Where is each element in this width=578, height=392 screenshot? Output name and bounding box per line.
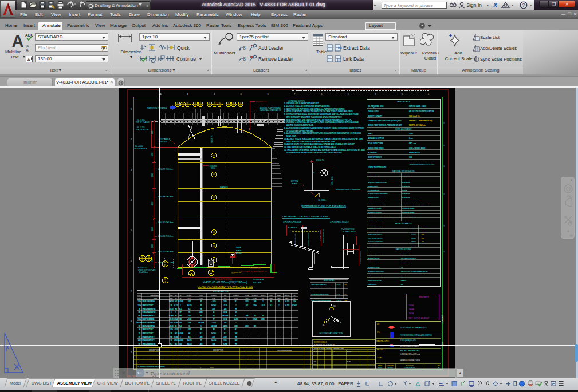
svg-text:REMARK: REMARK [179, 353, 183, 354]
svg-text:STAIRWAY & SUPPORT: STAIRWAY & SUPPORT [368, 219, 384, 221]
svg-text:?: ? [522, 2, 525, 8]
svg-text:150#: 150# [138, 300, 141, 303]
svg-text:9: 9 [131, 351, 132, 353]
svg-text:B.O.L=+7.864: B.O.L=+7.864 [250, 267, 261, 270]
svg-text:PROJECT :: PROJECT : [377, 349, 386, 351]
svg-text:QTY: QTY [175, 298, 178, 299]
svg-text:CHECKED: CHECKED [179, 349, 184, 350]
svg-text:UNDER BOTT OM PLATE: UNDER BOTT OM PLATE [138, 269, 156, 271]
svg-text:LEVEL GAUGE NA: LEVEL GAUGE NA [143, 325, 155, 327]
svg-text:SA-516-G70: SA-516-G70 [402, 193, 410, 195]
svg-text:150#: 150# [212, 343, 215, 345]
svg-text:ROSTER DETAILS: ROSTER DETAILS [314, 341, 327, 343]
svg-text:TRANSITION TO V-AREA: TRANSITION TO V-AREA [147, 107, 167, 109]
svg-text:ST. NICKEL STEEL: ST. NICKEL STEEL [402, 208, 415, 209]
svg-text:APPROVED: APPROVED [191, 349, 198, 350]
svg-text:>_: >_ [137, 371, 142, 375]
svg-text:EXTERNAL TANK: EXTERNAL TANK [368, 267, 380, 268]
svg-text:N: N [200, 102, 201, 105]
svg-text:95 /SPFL, GT / 894 kn/g: 95 /SPFL, GT / 894 kn/g [409, 124, 426, 126]
svg-text:1) FOR ROOF NOZZLE: 1) FOR ROOF NOZZLE [283, 221, 301, 223]
svg-text:2D: 2D [567, 194, 571, 197]
svg-text:SIGN: SIGN [409, 304, 414, 307]
svg-text:FLAN: FLAN [187, 298, 191, 299]
svg-text:Link Data: Link Data [343, 56, 364, 62]
svg-text:3 mm: 3 mm [409, 133, 413, 135]
svg-text:2050: 2050 [234, 325, 238, 327]
svg-text:SA-516-G70: SA-516-G70 [402, 178, 410, 180]
svg-text:FLANGES/BLIND: FLANGES/BLIND [368, 189, 380, 191]
svg-text:150#: 150# [138, 318, 141, 320]
svg-text:3. TANK FABRICATE TO FURNISH A: 3. TANK FABRICATE TO FURNISH AND INSTALL… [284, 108, 345, 110]
svg-text:6: 6 [131, 260, 132, 262]
svg-text:2440: 2440 [151, 244, 154, 248]
svg-text:L-400: L-400 [333, 354, 337, 355]
svg-text:24B: 24B [224, 322, 227, 324]
svg-text:O: O [213, 173, 215, 176]
svg-text:1. DIMENSION ARE IN MM EXCEPT: 1. DIMENSION ARE IN MM EXCEPT AS NOTED. [284, 102, 319, 105]
svg-text:Tel 66-2-343-9500 Fax 66-2-34: Tel 66-2-343-9500 Fax 66-2-343 [400, 346, 419, 347]
svg-text:SHELL MANWAY N1: SHELL MANWAY N1 [143, 343, 156, 345]
svg-text:B: B [187, 93, 188, 96]
svg-text:CAPACITY (WORKING): CAPACITY (WORKING) [368, 241, 383, 243]
svg-text:PC: PC [345, 284, 347, 286]
svg-text:PROJECT NO: PROJECT NO [314, 351, 322, 352]
svg-text:23/F Bldg: 23/F Bldg [400, 342, 406, 343]
svg-text:PV REF: PV REF [314, 357, 319, 358]
svg-text:1,316.8: 1,316.8 [411, 245, 416, 247]
svg-text:VENT NOZZLE C: VENT NOZZLE C [143, 332, 154, 335]
svg-text:LEVEL GAUGE NA: LEVEL GAUGE NA [143, 300, 155, 303]
svg-text:✕: ✕ [121, 370, 126, 376]
svg-text:1000 kg/m3 SG: 1000 kg/m3 SG [409, 115, 419, 117]
svg-text:TOP OF ROOF PLATE: TOP OF ROOF PLATE [323, 228, 324, 243]
svg-text:RS-SB5/POS-40: RS-SB5/POS-40 [401, 262, 412, 264]
svg-text:REV. 21 FOR AS-BUILT: REV. 21 FOR AS-BUILT [409, 317, 430, 319]
svg-text:M-1: M-1 [224, 328, 227, 331]
svg-text:O: O [213, 154, 215, 157]
svg-text:DRAWN SPEC RECORD: DRAWN SPEC RECORD [278, 350, 292, 351]
svg-text:M-1: M-1 [175, 343, 178, 345]
svg-text:SA-516: SA-516 [285, 304, 290, 307]
svg-text:SA-516: SA-516 [187, 304, 192, 307]
svg-text:SA-193-B7M/SA-194-2HM-2: SA-193-B7M/SA-194-2HM-2 [402, 200, 420, 202]
svg-text:M-1: M-1 [254, 325, 257, 327]
svg-text:MC: MC [333, 305, 336, 307]
svg-text:NO ANCHOR: NO ANCHOR [253, 279, 264, 281]
svg-text:AS PER SPEC (MSG-2004-04) PARA: AS PER SPEC (MSG-2004-04) PARA 1.1/7 [409, 164, 435, 165]
svg-text:PLATE: PLATE [292, 183, 297, 185]
svg-text:SA-516: SA-516 [223, 325, 228, 327]
svg-text:JOINT EFFICIENCY: JOINT EFFICIENCY [368, 156, 382, 159]
svg-text:SHELL 4D THK.9mm: SHELL 4D THK.9mm [158, 221, 174, 224]
svg-text:CORR. ALLOWANCE: CORR. ALLOWANCE [395, 128, 412, 130]
svg-text:2050: 2050 [179, 322, 182, 324]
svg-text:SPCL mm: SPCL mm [409, 142, 416, 145]
svg-text:N-2: N-2 [213, 315, 215, 317]
svg-text:HB: HB [138, 311, 140, 314]
svg-text:7: 7 [131, 290, 132, 292]
svg-text:EL +0.000: EL +0.000 [135, 145, 143, 148]
svg-text:M-1: M-1 [188, 336, 191, 338]
svg-text:+10.20: +10.20 [261, 304, 265, 307]
svg-text:MATERIAL: MATERIAL [252, 295, 258, 296]
svg-text:1,460.8: 1,460.8 [411, 233, 416, 235]
svg-text:APPROVED: APPROVED [267, 349, 273, 350]
svg-text:+10.20: +10.20 [169, 325, 174, 327]
svg-text:4. AFTER HYDROSTATIC TESTING,: 4. AFTER HYDROSTATIC TESTING, THE INSIDE… [284, 110, 353, 113]
svg-text:24B: 24B [235, 332, 238, 335]
svg-text:MATERIAL: MATERIAL [233, 295, 239, 296]
svg-text:XS: XS [270, 300, 272, 303]
svg-text:EXTERNAL GASKET: EXTERNAL GASKET [368, 212, 382, 213]
svg-text:QTY: QTY [175, 295, 178, 296]
svg-text:2050: 2050 [261, 318, 265, 320]
svg-text:N-2: N-2 [179, 325, 182, 327]
svg-text:N: N [187, 102, 188, 105]
svg-text:EXTERNAL TAIK: EXTERNAL TAIK [368, 262, 379, 264]
svg-text:DESIGN TEMP (MIN/MAX), PRESSUR: DESIGN TEMP (MIN/MAX), PRESSURE INT / EX… [368, 124, 403, 126]
svg-text:24B: 24B [235, 339, 238, 342]
svg-text:VENDER BEFORE THE PREVIOUS COA: VENDER BEFORE THE PREVIOUS COATING WILL … [286, 152, 342, 154]
svg-text:SHELL 3D THK.9mm: SHELL 3D THK.9mm [158, 235, 174, 237]
svg-text:AMBIENT C, -AMB/AMB/ATA kn/g: AMBIENT C, -AMB/AMB/ATA kn/g [409, 120, 432, 122]
svg-text:TON: TON [421, 230, 424, 232]
svg-text:PN SIZE: PN SIZE [245, 295, 249, 296]
svg-text:SCH40: SCH40 [174, 336, 178, 338]
